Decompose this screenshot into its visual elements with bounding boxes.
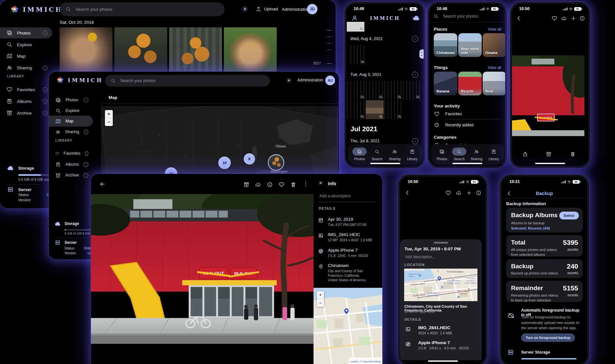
info-button[interactable] (476, 190, 481, 196)
user-avatar[interactable]: JD (307, 4, 317, 14)
photo-thumbnail[interactable] (224, 27, 277, 72)
photo-thumbnail[interactable] (366, 100, 384, 119)
select-group-checkbox[interactable]: ✓ (412, 138, 418, 144)
delete-button[interactable] (290, 181, 296, 188)
photo-thumbnail[interactable] (366, 81, 384, 100)
photo-in-n-out[interactable]: IN-N-OUT (512, 55, 584, 136)
nav-sharing[interactable]: Sharing (386, 147, 404, 161)
back-button[interactable] (516, 15, 522, 21)
favorite-button[interactable] (552, 15, 557, 21)
upload-cloud-button[interactable] (255, 181, 261, 188)
nav-search[interactable]: Search (450, 147, 468, 161)
sidebar-item-archive[interactable]: Archivei (49, 170, 93, 181)
sidebar-item-explore[interactable]: Explore (49, 105, 93, 116)
theme-toggle-sun-icon[interactable] (242, 6, 248, 12)
sheet-drag-handle[interactable] (434, 242, 448, 244)
info-bottom-sheet[interactable]: Tue, Apr 30, 2019 • 8:07 PM LOCATION PPP (400, 239, 482, 360)
photo-thumbnail[interactable] (347, 100, 365, 119)
scrollbar-thumb[interactable]: ▲▼ (419, 49, 424, 59)
photo-thumbnail[interactable] (350, 45, 365, 64)
recently-added-row[interactable]: Recently added (434, 122, 474, 128)
photo-thumbnail[interactable] (347, 81, 365, 100)
favorites-row[interactable]: Favorites (434, 111, 462, 117)
photo-thumbnail[interactable] (60, 27, 112, 72)
select-group-checkbox[interactable]: ✓ (412, 36, 418, 42)
place-card[interactable]: Near north side (458, 33, 482, 57)
map-cluster-marker[interactable]: 8 (244, 153, 255, 164)
search-bar[interactable] (60, 2, 225, 16)
info-badge-icon[interactable]: i (83, 162, 88, 167)
nav-sharing[interactable]: Sharing (467, 147, 486, 161)
info-badge-icon[interactable]: i (83, 98, 88, 103)
thing-card[interactable]: Boat (483, 72, 506, 95)
zoom-out-button[interactable]: − (105, 118, 113, 126)
info-mini-map[interactable]: + − Leaflet | © OpenStreetMap (314, 288, 382, 364)
more-options-button[interactable]: ⋮ (303, 180, 308, 187)
map-attribution[interactable]: Leaflet | © OpenStreetMap (350, 360, 381, 363)
search-bar[interactable] (433, 14, 499, 19)
photo-in-n-out[interactable]: IN-N-OUT IN-N-OUT (91, 194, 314, 344)
nav-library[interactable]: Library (485, 147, 503, 161)
sidebar-item-map[interactable]: Map (49, 116, 93, 127)
app-logo[interactable]: IMMICH (10, 5, 63, 14)
info-badge-icon[interactable]: i (43, 99, 48, 104)
location-map[interactable]: PPP ✝ The Embarcadero Hyde Street Harbor… (404, 269, 477, 301)
user-avatar[interactable]: AU (325, 76, 335, 85)
description-input[interactable] (404, 254, 471, 259)
thing-card[interactable]: Bicycle (458, 72, 482, 95)
sidebar-item-photos[interactable]: Photosi (49, 94, 93, 105)
photo-thumbnail[interactable] (114, 27, 167, 72)
select-albums-button[interactable]: Select (559, 212, 579, 219)
info-badge-icon[interactable]: i (84, 130, 88, 134)
photo-thumbnail[interactable] (384, 81, 402, 100)
sidebar-item-explore[interactable]: Explore (0, 39, 52, 50)
favorite-button[interactable] (446, 190, 451, 196)
place-card[interactable]: Omaha (483, 33, 506, 57)
search-input[interactable] (75, 7, 200, 12)
info-badge-icon[interactable]: i (43, 65, 48, 70)
sidebar-item-favorites[interactable]: Favoritesi (0, 84, 52, 95)
info-badge-icon[interactable]: i (43, 111, 48, 116)
sidebar-item-sharing[interactable]: Sharingi (49, 126, 93, 137)
mini-map-zoom-control[interactable]: + − (317, 291, 324, 307)
add-button[interactable] (571, 15, 576, 21)
sidebar-item-photos[interactable]: Photosi (0, 27, 52, 38)
nav-search[interactable]: Search (368, 147, 386, 161)
sidebar-item-albums[interactable]: Albumsi (49, 159, 93, 170)
add-button[interactable] (466, 190, 472, 196)
sidebar-item-map[interactable]: Map (0, 50, 52, 62)
upload-cloud-button[interactable] (456, 190, 461, 196)
nav-library[interactable]: Library (403, 147, 421, 161)
administration-button[interactable]: Administration (282, 7, 310, 12)
map-cluster-marker[interactable]: 10 (218, 157, 231, 169)
photo-thumbnail[interactable] (169, 27, 222, 72)
info-badge-icon[interactable]: i (43, 31, 48, 35)
photo-strip[interactable] (400, 234, 482, 239)
turn-on-backup-button[interactable]: Turn on foreground backup (521, 333, 575, 342)
zoom-in-button[interactable]: + (317, 291, 324, 299)
sidebar-item-favorites[interactable]: Favoritesi (49, 148, 93, 159)
info-badge-icon[interactable]: i (83, 173, 88, 178)
description-input[interactable] (319, 193, 379, 199)
sidebar-item-albums[interactable]: Albumsi (0, 96, 52, 107)
theme-toggle-sun-icon[interactable] (286, 77, 292, 83)
search-input[interactable] (120, 78, 245, 83)
map-photo-cluster-marker[interactable] (268, 154, 284, 171)
archive-button[interactable] (243, 181, 249, 188)
places-view-all-link[interactable]: View all (488, 27, 501, 32)
zoom-in-button[interactable]: + (105, 110, 113, 118)
back-button[interactable] (99, 181, 106, 187)
sidebar-item-sharing[interactable]: Sharingi (0, 62, 52, 73)
search-input[interactable] (442, 14, 499, 19)
place-card[interactable]: Chinatown (434, 33, 457, 57)
back-button[interactable] (404, 189, 410, 196)
close-info-button[interactable]: ✕ (319, 180, 323, 186)
upload-cloud-button[interactable] (561, 15, 567, 21)
zoom-out-button[interactable]: − (317, 299, 324, 307)
thing-card[interactable]: Banana (434, 72, 457, 95)
app-logo[interactable]: IMMICH (56, 76, 103, 84)
share-button[interactable] (522, 151, 528, 157)
photo-thumbnail[interactable] (347, 22, 364, 32)
select-group-checkbox[interactable]: ✓ (412, 72, 418, 78)
favorite-button[interactable] (279, 181, 285, 188)
